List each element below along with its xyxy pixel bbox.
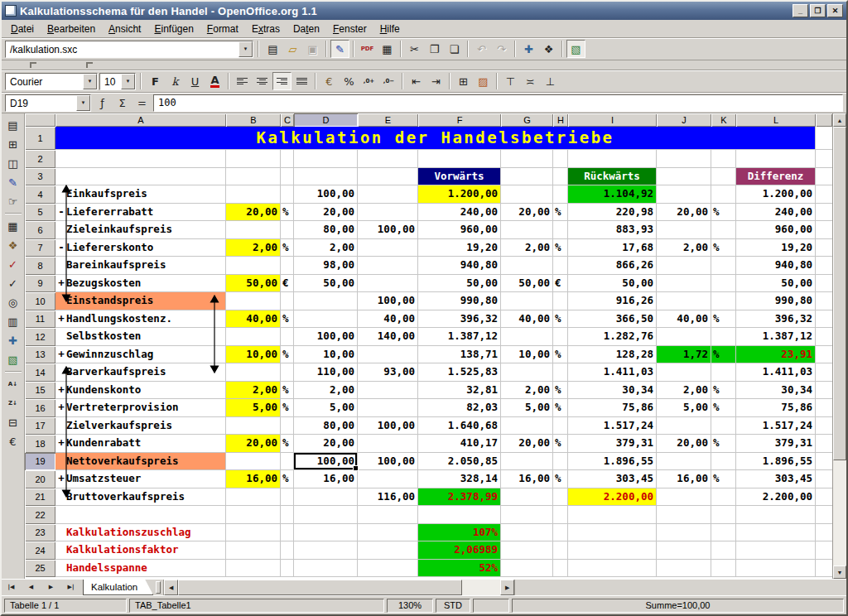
- maximize-button[interactable]: ❐: [810, 4, 826, 17]
- cell-K8[interactable]: [711, 257, 736, 275]
- cell-C2[interactable]: [281, 150, 294, 168]
- cell-L19[interactable]: 1.896,55: [736, 453, 816, 471]
- cell-K21[interactable]: [711, 488, 736, 507]
- font-color-button[interactable]: A: [205, 72, 224, 90]
- scroll-left-button[interactable]: ◀: [164, 580, 178, 595]
- font-size-dropdown-icon[interactable]: ▼: [121, 74, 135, 89]
- cell-L8[interactable]: 940,80: [736, 257, 816, 275]
- cell-J11[interactable]: 40,00: [657, 310, 711, 329]
- align-left-button[interactable]: [233, 72, 252, 90]
- cell-K25[interactable]: [711, 560, 736, 578]
- cell-E23[interactable]: [358, 524, 418, 542]
- cell-J10[interactable]: [657, 292, 711, 310]
- cell-A9[interactable]: +Bezugskosten: [55, 275, 226, 293]
- cell-I9[interactable]: 50,00: [568, 275, 657, 293]
- cell-E19[interactable]: 100,00: [358, 453, 418, 471]
- navigator-button[interactable]: ✚: [3, 331, 23, 349]
- cell-I24[interactable]: [568, 541, 657, 560]
- cell-D21[interactable]: [294, 488, 358, 507]
- cell-B22[interactable]: [226, 506, 281, 524]
- cell-H16[interactable]: %: [553, 399, 568, 417]
- scroll-right-button[interactable]: ▶: [500, 580, 514, 595]
- print-file-button[interactable]: ▦: [378, 40, 397, 58]
- cell-G3[interactable]: [501, 168, 553, 186]
- close-button[interactable]: ✕: [827, 4, 843, 17]
- cell-D5[interactable]: 20,00: [294, 204, 358, 222]
- cell-C24[interactable]: [281, 541, 294, 560]
- cell-E18[interactable]: [358, 435, 418, 453]
- cell-B6[interactable]: [226, 221, 281, 239]
- cell-D11[interactable]: [294, 310, 358, 329]
- cell-C25[interactable]: [281, 560, 294, 578]
- row-header-19[interactable]: 19: [25, 453, 55, 471]
- cell-J19[interactable]: [657, 453, 711, 471]
- choose-themes-button[interactable]: ❖: [3, 236, 23, 254]
- horizontal-scrollbar[interactable]: ◀ ▶: [163, 580, 515, 595]
- cell-E24[interactable]: [358, 541, 418, 560]
- cell-D13[interactable]: 10,00: [294, 346, 358, 364]
- menu-daten[interactable]: Daten: [287, 21, 326, 37]
- cell-C18[interactable]: %: [281, 435, 294, 453]
- cell-F10[interactable]: 990,80: [418, 292, 501, 310]
- euro-converter-button[interactable]: €: [3, 432, 23, 450]
- cell-J21[interactable]: [657, 488, 711, 507]
- cell-D9[interactable]: 50,00: [294, 275, 358, 293]
- cell-B15[interactable]: 2,00: [226, 382, 281, 400]
- cell-L12[interactable]: 1.387,12: [736, 328, 816, 346]
- next-sheet-button[interactable]: ▶: [41, 579, 60, 597]
- last-sheet-button[interactable]: ▶|: [61, 579, 80, 597]
- scroll-down-button[interactable]: ▼: [833, 565, 846, 579]
- cell-H25[interactable]: [553, 560, 568, 578]
- cell-K10[interactable]: [711, 292, 736, 310]
- gallery-button[interactable]: ▧: [566, 40, 585, 58]
- column-header-L[interactable]: L: [736, 113, 816, 127]
- cell-F16[interactable]: 82,03: [418, 399, 501, 417]
- cell-F22[interactable]: [418, 506, 501, 524]
- spellcheck-button[interactable]: ✓: [3, 255, 23, 273]
- cell-C10[interactable]: [281, 292, 294, 310]
- row-header-3[interactable]: 3: [25, 168, 55, 186]
- align-bottom-button[interactable]: ⊥: [541, 72, 560, 90]
- column-header-D[interactable]: D: [294, 113, 358, 127]
- cell-A21[interactable]: Bruttoverkaufspreis: [55, 488, 226, 507]
- cell-F12[interactable]: 1.387,12: [418, 328, 501, 346]
- column-header-A[interactable]: A: [55, 113, 226, 127]
- cell-F17[interactable]: 1.640,68: [418, 417, 501, 436]
- cell-K5[interactable]: %: [711, 204, 736, 222]
- cell-C17[interactable]: [281, 417, 294, 436]
- cell-G17[interactable]: [501, 417, 553, 436]
- row-header-25[interactable]: 25: [25, 560, 55, 578]
- cell-D23[interactable]: [294, 524, 358, 542]
- row-header-12[interactable]: 12: [25, 328, 55, 346]
- copy-button[interactable]: ❐: [425, 40, 444, 58]
- cell-E8[interactable]: [358, 257, 418, 275]
- cell-A14[interactable]: Barverkaufspreis: [55, 363, 226, 382]
- cell-A13[interactable]: +Gewinnzuschlag: [55, 346, 226, 364]
- cell-reference-dropdown-icon[interactable]: ▼: [76, 95, 90, 111]
- cell-E10[interactable]: 100,00: [358, 292, 418, 310]
- cell-G19[interactable]: [501, 453, 553, 471]
- cell-H24[interactable]: [553, 541, 568, 560]
- add-decimal-button[interactable]: ,0+: [359, 72, 378, 90]
- draw-functions-button[interactable]: ✎: [3, 173, 23, 191]
- cell-G4[interactable]: [501, 185, 553, 204]
- cell-A6[interactable]: Zieleinkaufspreis: [55, 221, 226, 239]
- cell-J14[interactable]: [657, 363, 711, 382]
- menu-ansicht[interactable]: Ansicht: [102, 21, 147, 37]
- cell-I25[interactable]: [568, 560, 657, 578]
- first-sheet-button[interactable]: |◀: [2, 579, 21, 597]
- cell-B14[interactable]: [226, 363, 281, 382]
- cell-I19[interactable]: 1.896,55: [568, 453, 657, 471]
- cell-C15[interactable]: %: [281, 382, 294, 400]
- row-header-11[interactable]: 11: [25, 310, 55, 329]
- row-header-23[interactable]: 23: [25, 524, 55, 542]
- cell-D25[interactable]: [294, 560, 358, 578]
- cell-B11[interactable]: 40,00: [226, 310, 281, 329]
- cell-E15[interactable]: [358, 382, 418, 400]
- cell-K13[interactable]: %: [711, 346, 736, 364]
- cell-J8[interactable]: [657, 257, 711, 275]
- column-header-H[interactable]: H: [553, 113, 568, 127]
- column-header-E[interactable]: E: [358, 113, 418, 127]
- cell-F18[interactable]: 410,17: [418, 435, 501, 453]
- cell-reference-combo[interactable]: D19 ▼: [5, 94, 91, 112]
